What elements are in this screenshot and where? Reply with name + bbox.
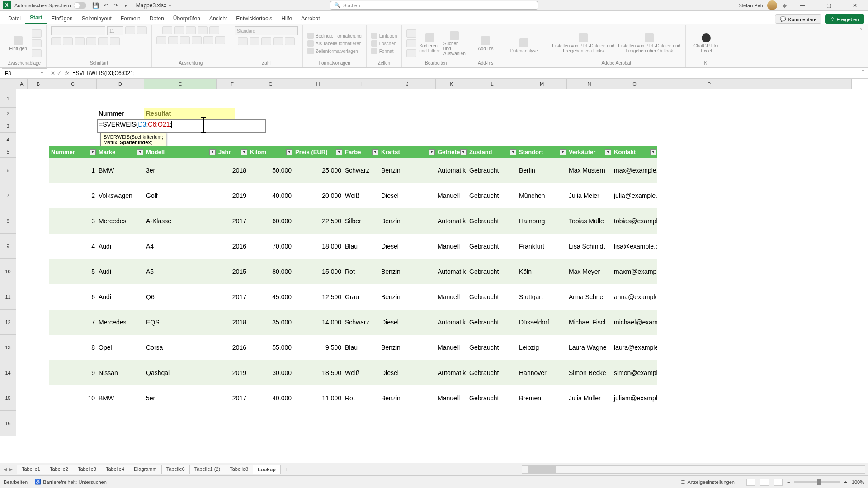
table-cell[interactable]: Automatik (436, 216, 467, 225)
data-analysis-button[interactable]: Datenanalyse (506, 38, 542, 53)
number-format-combo[interactable]: Standard (235, 26, 298, 35)
tab-acrobat[interactable]: Acrobat (297, 13, 324, 24)
font-color-button[interactable] (110, 37, 120, 45)
table-cell[interactable]: laura@example.com (612, 343, 657, 352)
filter-icon[interactable]: ▼ (429, 149, 435, 155)
table-cell[interactable]: Laura Wagne (567, 343, 612, 352)
table-cell[interactable]: Corsa (144, 343, 217, 352)
row-header-6[interactable]: 6 (0, 158, 16, 183)
row-header-7[interactable]: 7 (0, 183, 16, 208)
diamond-icon[interactable]: ◆ (783, 2, 787, 9)
table-cell[interactable]: Julia Müller (567, 394, 612, 403)
ribbon-collapse-icon[interactable]: ˅ (857, 25, 865, 67)
table-cell[interactable]: Benzin (379, 267, 436, 276)
column-header-J[interactable]: J (379, 79, 436, 89)
table-cell[interactable]: 70.000 (248, 242, 293, 251)
table-cell[interactable]: 12.500 (293, 292, 343, 301)
bold-button[interactable] (51, 37, 61, 45)
table-cell[interactable]: Gebraucht (467, 242, 517, 251)
wrap-text-button[interactable] (209, 26, 219, 34)
sheet-tab-tabelle4[interactable]: Tabelle4 (101, 465, 129, 474)
table-cell[interactable]: A5 (144, 267, 217, 276)
italic-button[interactable] (63, 37, 73, 45)
table-cell[interactable]: Max Meyer (567, 267, 612, 276)
table-cell[interactable]: Berlin (517, 166, 567, 175)
table-cell[interactable]: Max Mustern (567, 166, 612, 175)
table-header-farbe[interactable]: Farbe▼ (343, 146, 379, 158)
column-header-O[interactable]: O (612, 79, 657, 89)
fx-icon[interactable]: fx (65, 70, 69, 76)
tab-formulas[interactable]: Formeln (116, 13, 145, 24)
table-cell[interactable]: 25.000 (293, 166, 343, 175)
row-header-10[interactable]: 10 (0, 259, 16, 284)
table-cell[interactable]: Opel (97, 343, 144, 352)
filter-icon[interactable]: ▼ (209, 149, 216, 155)
table-header-verkaeufer[interactable]: Verkäufer▼ (567, 146, 612, 158)
delete-cells-button[interactable]: Löschen (371, 40, 397, 47)
row-header-15[interactable]: 15 (0, 385, 16, 411)
column-header-M[interactable]: M (517, 79, 567, 89)
table-cell[interactable]: Manuell (436, 394, 467, 403)
font-increase-button[interactable] (125, 26, 135, 34)
filter-icon[interactable]: ▼ (137, 149, 143, 155)
sheet-nav-next-icon[interactable]: ▶ (9, 467, 13, 472)
tab-developer[interactable]: Entwicklertools (231, 13, 277, 24)
table-cell[interactable]: Gebraucht (467, 368, 517, 377)
table-cell[interactable]: Gebraucht (467, 166, 517, 175)
align-top-button[interactable] (162, 26, 172, 34)
row-header-1[interactable]: 1 (0, 89, 16, 108)
table-cell[interactable]: Volkswagen (97, 191, 144, 200)
table-cell[interactable]: 40.000 (248, 394, 293, 403)
sheet-tab-tabelle12[interactable]: Tabelle1 (2) (190, 465, 225, 474)
sheet-tab-tabelle6[interactable]: Tabelle6 (162, 465, 190, 474)
table-cell[interactable]: Gebraucht (467, 216, 517, 225)
table-cell[interactable]: Gebraucht (467, 343, 517, 352)
table-cell[interactable]: EQS (144, 318, 217, 327)
tab-start[interactable]: Start (25, 12, 47, 24)
table-cell[interactable]: Automatik (436, 318, 467, 327)
table-cell[interactable]: Hannover (517, 368, 567, 377)
table-cell[interactable]: Julia Meier (567, 191, 612, 200)
table-cell[interactable]: anna@example.com (612, 292, 657, 301)
sort-filter-button[interactable]: Sortieren und Filtern (419, 33, 441, 53)
conditional-format-button[interactable]: Bedingte Formatierung (307, 33, 362, 39)
table-cell[interactable]: Benzin (379, 292, 436, 301)
column-header-C[interactable]: C (49, 79, 97, 89)
filter-icon[interactable]: ▼ (460, 149, 467, 155)
format-cells-button[interactable]: Format (371, 48, 397, 54)
column-header-B[interactable]: B (28, 79, 49, 89)
sheet-tab-diagramm[interactable]: Diagramm (129, 465, 162, 474)
tab-page-layout[interactable]: Seitenlayout (77, 13, 116, 24)
table-cell[interactable]: Automatik (436, 368, 467, 377)
display-settings-button[interactable]: 🖵Anzeigeeinstellungen (680, 479, 735, 485)
column-header-undefined[interactable] (761, 79, 852, 89)
table-cell[interactable]: 40.000 (248, 191, 293, 200)
align-left-button[interactable] (156, 36, 166, 44)
table-cell[interactable]: 2016 (217, 343, 248, 352)
table-cell[interactable]: 10 (49, 394, 97, 403)
table-cell[interactable]: simon@example.com (612, 368, 657, 377)
table-cell[interactable]: Benzin (379, 166, 436, 175)
cut-button[interactable] (32, 29, 42, 38)
table-cell[interactable]: maxm@example.com (612, 267, 657, 276)
tab-data[interactable]: Daten (145, 13, 169, 24)
tab-view[interactable]: Ansicht (205, 13, 231, 24)
table-cell[interactable]: 55.000 (248, 343, 293, 352)
table-cell[interactable]: Düsseldorf (517, 318, 567, 327)
formula-input[interactable]: =SVERWEIS(D3;C6:O21; (72, 70, 858, 76)
zoom-in-button[interactable]: + (844, 479, 847, 485)
sum-button[interactable] (406, 29, 416, 38)
filter-icon[interactable]: ▼ (90, 149, 96, 155)
name-box[interactable]: E3▼ (2, 68, 47, 78)
table-cell[interactable]: Benzin (379, 343, 436, 352)
table-cell[interactable]: 9.500 (293, 343, 343, 352)
table-cell[interactable]: 9 (49, 368, 97, 377)
column-header-F[interactable]: F (217, 79, 248, 89)
table-cell[interactable]: Manuell (436, 292, 467, 301)
table-header-kontakt[interactable]: Kontakt▼ (612, 146, 657, 158)
paste-button[interactable]: Einfügen (7, 36, 29, 51)
toggle-off-icon[interactable] (74, 2, 86, 9)
table-cell[interactable]: 50.000 (248, 166, 293, 175)
font-name-combo[interactable] (51, 26, 105, 35)
table-cell[interactable]: juliam@example.com (612, 394, 657, 403)
